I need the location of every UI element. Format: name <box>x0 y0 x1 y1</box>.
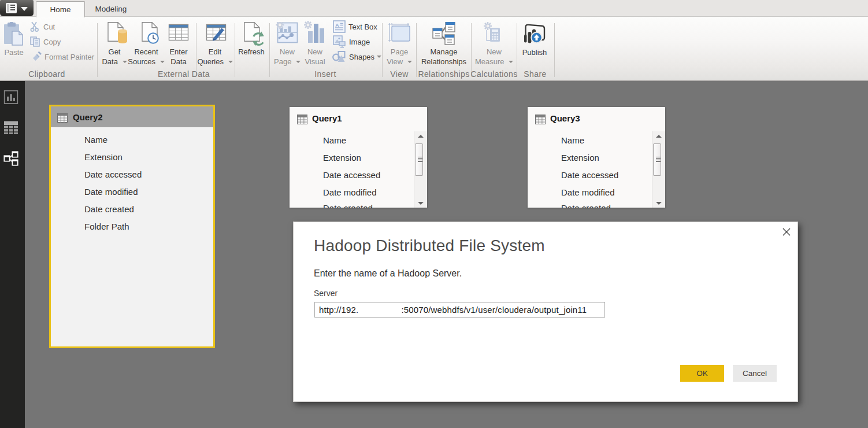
svg-text:A: A <box>335 22 339 28</box>
